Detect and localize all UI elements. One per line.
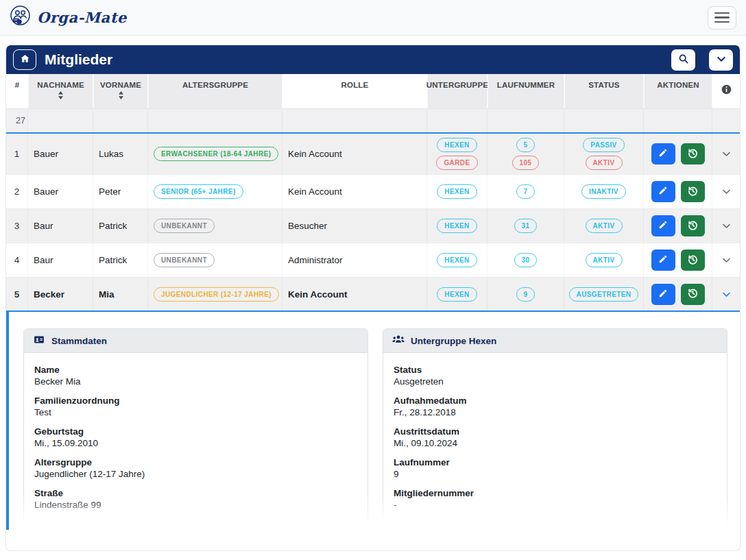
- history-button[interactable]: [681, 284, 705, 305]
- cell-untergruppe: HEXEN: [427, 175, 488, 208]
- field-value: Ausgetreten: [394, 376, 717, 387]
- detail-field: Name Becker Mia: [34, 365, 357, 387]
- column-header-label: STATUS: [588, 81, 620, 89]
- detail-field: Mitgliedernummer -: [394, 488, 717, 510]
- expand-chevron-icon[interactable]: [721, 149, 732, 159]
- cell-nachname: Bauer: [28, 134, 93, 174]
- history-button[interactable]: [681, 215, 705, 236]
- detail-field: Austrittsdatum Mi., 09.10.2024: [394, 426, 717, 448]
- detail-field: Altersgruppe Jugendlicher (12-17 Jahre): [34, 457, 357, 479]
- row-number: 1: [6, 134, 28, 174]
- users-icon: [392, 334, 405, 347]
- cell-aktionen: [644, 243, 712, 277]
- history-icon: [687, 219, 699, 233]
- field-label: Austrittsdatum: [394, 426, 717, 437]
- cell-vorname: Peter: [93, 175, 148, 208]
- edit-button[interactable]: [651, 284, 675, 305]
- home-icon: [20, 53, 30, 66]
- member-detail-panel: Stammdaten Name Becker Mia Familienzuord…: [6, 312, 740, 530]
- cell-vorname: Lukas: [93, 134, 148, 174]
- column-header: [712, 74, 740, 108]
- field-value: Test: [34, 407, 357, 417]
- badge: AUSGETRETEN: [569, 287, 639, 302]
- hamburger-icon: [714, 12, 730, 14]
- table-row[interactable]: 2 Bauer Peter SENIOR (65+ JAHRE) Kein Ac…: [6, 175, 740, 209]
- field-label: Name: [34, 365, 357, 375]
- edit-button[interactable]: [651, 143, 675, 165]
- badge: UNBEKANNT: [154, 219, 215, 233]
- column-header-label: #: [15, 81, 20, 89]
- cell-nachname: Baur: [28, 209, 93, 243]
- badge: SENIOR (65+ JAHRE): [154, 184, 243, 199]
- collapse-button[interactable]: [709, 49, 733, 71]
- cell-nachname: Baur: [28, 243, 93, 277]
- table-row[interactable]: 4 Baur Patrick UNBEKANNT Administrator H…: [6, 243, 740, 278]
- detail-card-header: Untergruppe Hexen: [383, 329, 727, 353]
- pencil-icon: [658, 186, 668, 197]
- detail-card-header: Stammdaten: [24, 329, 368, 353]
- search-button[interactable]: [671, 49, 695, 71]
- detail-card: Untergruppe Hexen Status Ausgetreten Auf…: [383, 328, 727, 530]
- field-value: Fr., 28.12.2018: [394, 407, 717, 417]
- sort-icon[interactable]: [118, 91, 124, 101]
- history-button[interactable]: [681, 143, 705, 165]
- history-icon: [687, 254, 699, 267]
- cell-laufnummer: 7: [488, 175, 564, 208]
- column-header[interactable]: VORNAME: [93, 74, 148, 108]
- row-number: 5: [6, 278, 28, 311]
- chevron-down-icon: [716, 53, 727, 66]
- history-button[interactable]: [681, 249, 705, 271]
- table-row[interactable]: 3 Baur Patrick UNBEKANNT Besucher HEXEN …: [6, 209, 740, 243]
- row-number: 2: [6, 175, 28, 208]
- cell-altersgruppe: SENIOR (65+ JAHRE): [148, 175, 282, 208]
- column-header[interactable]: NACHNAME: [28, 74, 93, 108]
- edit-button[interactable]: [651, 181, 675, 202]
- field-value: Lindenstraße 99: [34, 500, 357, 510]
- app-logo-icon: [10, 5, 31, 29]
- expand-chevron-icon[interactable]: [721, 289, 732, 300]
- expand-chevron-icon[interactable]: [721, 221, 732, 231]
- field-label: Status: [394, 365, 717, 375]
- history-icon: [687, 287, 699, 301]
- brand-name: Orga-Mate: [37, 9, 127, 26]
- badge: 9: [516, 287, 536, 302]
- column-header: UNTERGRUPPE: [427, 74, 488, 108]
- edit-button[interactable]: [651, 215, 675, 236]
- sort-icon[interactable]: [58, 91, 64, 101]
- field-value: 9: [394, 469, 717, 479]
- info-icon[interactable]: [721, 84, 732, 96]
- cell-vorname: Patrick: [93, 243, 148, 277]
- home-button[interactable]: [13, 49, 36, 70]
- badge: HEXEN: [437, 219, 477, 233]
- badge: 31: [514, 219, 538, 233]
- field-value: Mi., 09.10.2024: [394, 438, 717, 448]
- field-value: Mi., 15.09.2010: [34, 438, 357, 448]
- cell-aktionen: [644, 278, 712, 311]
- badge: GARDE: [436, 156, 477, 170]
- cell-altersgruppe: ERWACHSENER (18-64 JAHRE): [148, 134, 282, 174]
- cell-status: AUSGETRETEN: [564, 278, 644, 311]
- table-row[interactable]: 1 Bauer Lukas ERWACHSENER (18-64 JAHRE) …: [6, 134, 740, 175]
- cell-laufnummer: 5105: [488, 134, 564, 174]
- expand-chevron-icon[interactable]: [721, 186, 732, 197]
- expand-chevron-icon[interactable]: [721, 255, 732, 265]
- table-row[interactable]: 5 Becker Mia JUGENDLICHER (12-17 JAHRE) …: [6, 278, 740, 312]
- cell-nachname: Bauer: [28, 175, 93, 208]
- edit-button[interactable]: [651, 249, 675, 271]
- cell-status: PASSIVAKTIV: [564, 134, 644, 174]
- field-value: Jugendlicher (12-17 Jahre): [34, 469, 357, 479]
- cell-vorname: Mia: [93, 278, 148, 311]
- cell-untergruppe: HEXEN: [427, 243, 488, 277]
- field-label: Familienzuordnung: [34, 395, 357, 406]
- pencil-icon: [658, 148, 668, 160]
- menu-toggle-button[interactable]: [708, 6, 736, 29]
- cell-altersgruppe: JUGENDLICHER (12-17 JAHRE): [148, 278, 282, 311]
- cell-aktionen: [644, 209, 712, 243]
- cell-status: AKTIV: [564, 209, 644, 243]
- cell-laufnummer: 9: [488, 278, 564, 311]
- cell-laufnummer: 30: [488, 243, 564, 277]
- history-button[interactable]: [681, 181, 705, 202]
- field-label: Geburtstag: [34, 426, 357, 437]
- id-card-icon: [33, 334, 45, 347]
- history-icon: [687, 147, 699, 161]
